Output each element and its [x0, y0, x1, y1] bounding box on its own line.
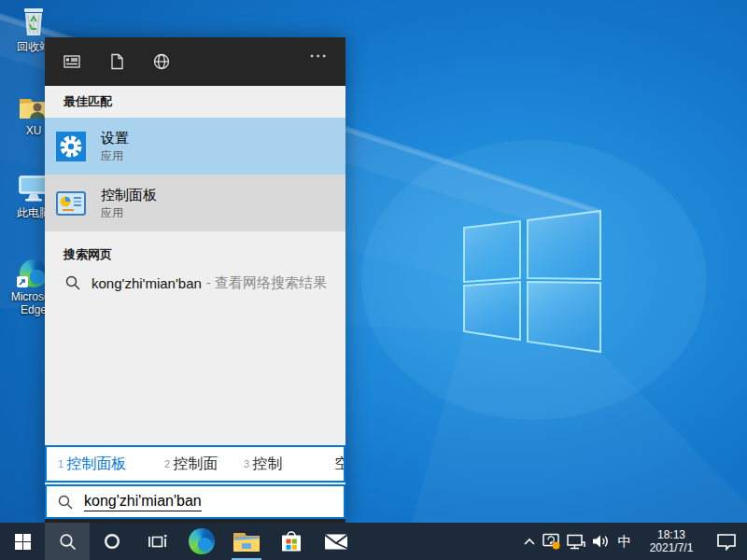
suggestion-hint: - 查看网络搜索结果 — [206, 274, 327, 292]
taskbar-clock[interactable]: 18:13 2021/7/1 — [637, 523, 706, 560]
more-options-icon[interactable] — [310, 53, 327, 70]
candidate-text: 控制面 — [173, 455, 218, 474]
control-panel-icon — [56, 189, 86, 218]
web-filter-icon[interactable] — [153, 53, 170, 70]
ime-candidate-2[interactable]: 2 控制面 — [164, 447, 218, 481]
recycle-bin-icon — [4, 6, 63, 37]
start-button[interactable] — [0, 523, 45, 560]
store-icon — [278, 529, 304, 553]
taskbar-store-button[interactable] — [269, 523, 314, 560]
shortcut-arrow-icon — [17, 276, 28, 287]
result-subtitle: 应用 — [101, 205, 157, 220]
result-settings[interactable]: 设置 应用 — [45, 118, 345, 175]
task-view-button[interactable] — [134, 523, 179, 560]
network-icon — [566, 533, 586, 551]
web-suggestion-row[interactable]: kong'zhi'mian'ban - 查看网络搜索结果 — [45, 267, 345, 299]
ime-badge-label: 中 — [613, 533, 637, 551]
windows-logo-icon — [15, 534, 31, 550]
taskbar-mail-button[interactable] — [314, 523, 359, 560]
search-input[interactable]: kong'zhi'mian'ban — [45, 484, 345, 519]
best-match-header: 最佳匹配 — [45, 86, 345, 118]
result-subtitle: 应用 — [101, 148, 129, 163]
candidate-number: 1 — [58, 458, 63, 469]
apps-filter-icon[interactable] — [63, 53, 80, 70]
result-title: 设置 — [101, 129, 129, 147]
search-icon — [59, 533, 77, 551]
candidate-text: 控制面板 — [66, 455, 126, 474]
ime-candidate-4[interactable]: 空 — [331, 447, 345, 481]
hidden-icons-button[interactable] — [519, 523, 540, 560]
result-control-panel[interactable]: 控制面板 应用 — [45, 175, 345, 231]
candidate-text: 空 — [334, 455, 345, 474]
search-input-value: kong'zhi'mian'ban — [84, 492, 202, 511]
volume-icon — [591, 533, 610, 550]
screen-sync-icon — [542, 532, 562, 551]
edge-icon — [189, 528, 215, 554]
search-icon — [58, 495, 73, 510]
clock-date: 2021/7/1 — [642, 541, 700, 554]
candidate-text: 控制 — [252, 455, 282, 474]
ime-candidate-3[interactable]: 3 控制 — [244, 447, 282, 481]
file-explorer-icon — [233, 530, 261, 553]
result-title: 控制面板 — [101, 186, 157, 203]
ime-candidate-1[interactable]: 1 控制面板 — [58, 447, 126, 481]
chevron-up-icon — [523, 537, 536, 546]
search-icon — [65, 275, 80, 290]
tray-volume-button[interactable] — [588, 523, 613, 560]
cortana-button[interactable] — [90, 523, 134, 560]
mail-icon — [323, 530, 349, 553]
cortana-icon — [104, 533, 120, 550]
task-view-icon — [148, 534, 167, 550]
search-flyout-panel: 最佳匹配 设置 应用 — [45, 37, 345, 523]
suggestion-query: kong'zhi'mian'ban — [92, 275, 202, 291]
search-web-header: 搜索网页 — [45, 231, 345, 267]
tray-network-button[interactable] — [564, 523, 588, 560]
tray-app-notification[interactable] — [540, 523, 564, 560]
taskbar: 中 18:13 2021/7/1 — [0, 523, 747, 560]
action-center-icon — [716, 532, 737, 551]
taskbar-search-button[interactable] — [45, 523, 90, 560]
search-filter-header — [45, 37, 345, 86]
ime-mode-indicator[interactable]: 中 — [613, 523, 637, 560]
taskbar-edge-button[interactable] — [179, 523, 224, 560]
desktop: 回收站 XU 此电脑 — [0, 0, 747, 560]
settings-gear-icon — [56, 132, 86, 161]
clock-time: 18:13 — [642, 528, 700, 541]
ime-candidate-bar: 1 控制面板 2 控制面 3 控制 空 — [45, 445, 345, 483]
action-center-button[interactable] — [706, 523, 747, 560]
candidate-number: 3 — [244, 458, 249, 469]
system-tray: 中 18:13 2021/7/1 — [519, 523, 747, 560]
documents-filter-icon[interactable] — [108, 53, 125, 70]
taskbar-file-explorer-button[interactable] — [224, 523, 269, 560]
candidate-number: 2 — [164, 458, 170, 469]
